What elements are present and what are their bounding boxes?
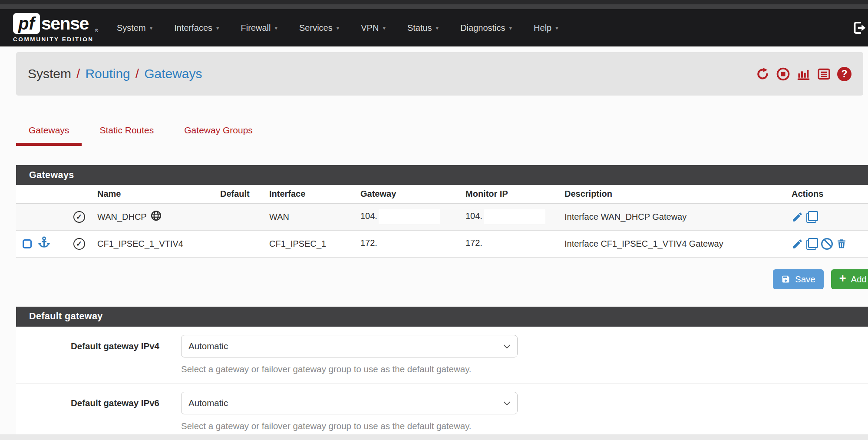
edit-icon[interactable] — [792, 238, 803, 250]
th-interface: Interface — [257, 185, 346, 203]
table-row-cf1-ipsec: ✓ CF1_IPSEC_1_VTIV4 CF1_IPSEC_1 172. 172… — [16, 230, 868, 257]
row-checkbox[interactable] — [23, 239, 32, 248]
registered-mark: ® — [95, 28, 98, 33]
ipv4-label: Default gateway IPv4 — [16, 335, 181, 374]
ipv4-gateway-select[interactable]: Automatic — [181, 335, 518, 357]
default-gateway-ipv6-row: Default gateway IPv6 Automatic Select a … — [16, 384, 868, 440]
interface-cell: WAN — [257, 203, 346, 230]
copy-icon[interactable] — [806, 238, 818, 250]
caret-down-icon: ▾ — [150, 25, 153, 31]
anchor-icon — [37, 236, 51, 251]
ipv6-label: Default gateway IPv6 — [16, 392, 181, 431]
breadcrumb-section: System — [28, 66, 71, 81]
breadcrumb-link-gateways[interactable]: Gateways — [144, 66, 202, 81]
gateways-panel-title: Gateways — [16, 165, 868, 185]
chart-bar-icon[interactable] — [796, 67, 811, 81]
table-row-wan-dhcp: ✓ WAN_DHCP WAN 104. 1 — [16, 203, 868, 230]
ban-icon[interactable] — [821, 238, 833, 250]
th-name: Name — [92, 185, 220, 203]
nav-item-services[interactable]: Services▾ — [288, 9, 350, 46]
tab-static-routes[interactable]: Static Routes — [87, 125, 166, 146]
caret-down-icon: ▾ — [216, 25, 219, 31]
pfsense-logo[interactable]: pf sense ® COMMUNITY EDITION — [13, 13, 95, 43]
caret-down-icon: ▾ — [509, 25, 512, 31]
ipv4-help-text: Select a gateway or failover gateway gro… — [181, 364, 518, 374]
th-description: Description — [559, 185, 772, 203]
window-top-strip — [0, 0, 868, 4]
logo-pf-box: pf — [13, 13, 40, 34]
page-bottom-strip — [0, 434, 868, 440]
gateway-ip: 104. — [360, 211, 377, 221]
th-gateway: Gateway — [346, 185, 450, 203]
caret-down-icon: ▾ — [274, 25, 277, 31]
monitor-ip: 104. — [465, 211, 482, 221]
copy-icon[interactable] — [806, 211, 818, 223]
caret-down-icon: ▾ — [337, 25, 340, 31]
default-flag — [220, 203, 257, 230]
description-cell: Interface CF1_IPSEC_1_VTIV4 Gateway — [559, 230, 772, 257]
caret-down-icon: ▾ — [436, 25, 439, 31]
default-gateway-panel: Default gateway Default gateway IPv4 Aut… — [16, 307, 868, 440]
default-gateway-panel-title: Default gateway — [16, 307, 868, 327]
help-icon[interactable]: ? — [837, 67, 851, 81]
caret-down-icon: ▾ — [555, 25, 558, 31]
status-online-icon: ✓ — [73, 211, 85, 223]
refresh-icon[interactable] — [756, 67, 770, 81]
save-button[interactable]: Save — [773, 269, 824, 289]
caret-down-icon: ▾ — [383, 25, 386, 31]
globe-icon — [150, 210, 162, 224]
th-default: Default — [220, 185, 257, 203]
window-sub-strip — [0, 4, 868, 9]
add-gateway-button[interactable]: + Add — [831, 269, 868, 289]
nav-item-status[interactable]: Status▾ — [396, 9, 449, 46]
default-flag — [220, 230, 257, 257]
breadcrumb-separator: / — [135, 66, 139, 81]
nav-item-firewall[interactable]: Firewall▾ — [230, 9, 288, 46]
th-actions: Actions — [772, 185, 868, 203]
gateway-name: CF1_IPSEC_1_VTIV4 — [97, 239, 183, 249]
edit-icon[interactable] — [792, 211, 803, 223]
breadcrumb-separator: / — [76, 66, 80, 81]
status-online-icon: ✓ — [73, 238, 85, 250]
main-menu: System▾ Interfaces▾ Firewall▾ Services▾ … — [106, 9, 569, 46]
default-gateway-ipv4-row: Default gateway IPv4 Automatic Select a … — [16, 327, 868, 384]
gateway-name: WAN_DHCP — [97, 212, 147, 222]
log-list-icon[interactable] — [817, 67, 831, 81]
redaction-box — [484, 209, 545, 224]
monitor-ip: 172. — [465, 238, 482, 248]
th-bulk — [16, 185, 66, 203]
gateways-panel: Gateways Name Default Interface Gateway … — [16, 165, 868, 289]
breadcrumb-link-routing[interactable]: Routing — [85, 66, 130, 81]
description-cell: Interface WAN_DHCP Gateway — [559, 203, 772, 230]
nav-item-diagnostics[interactable]: Diagnostics▾ — [449, 9, 523, 46]
gateway-ip: 172. — [360, 238, 377, 248]
ipv6-gateway-select[interactable]: Automatic — [181, 392, 518, 414]
logo-sense: sense — [41, 15, 89, 33]
nav-item-vpn[interactable]: VPN▾ — [350, 9, 396, 46]
ipv6-help-text: Select a gateway or failover gateway gro… — [181, 421, 518, 431]
top-navbar: pf sense ® COMMUNITY EDITION System▾ Int… — [0, 9, 868, 46]
breadcrumb: System/Routing/Gateways — [16, 52, 863, 96]
redaction-box — [484, 236, 545, 251]
th-monitor-ip: Monitor IP — [450, 185, 559, 203]
nav-item-help[interactable]: Help▾ — [523, 9, 569, 46]
stop-icon[interactable] — [776, 67, 790, 81]
table-header-row: Name Default Interface Gateway Monitor I… — [16, 185, 868, 203]
nav-item-system[interactable]: System▾ — [106, 9, 163, 46]
gateways-table: Name Default Interface Gateway Monitor I… — [16, 185, 868, 258]
interface-cell: CF1_IPSEC_1 — [257, 230, 346, 257]
plus-icon: + — [839, 273, 846, 285]
floppy-icon — [781, 275, 790, 284]
logo-subtitle: COMMUNITY EDITION — [13, 36, 95, 43]
tab-gateway-groups[interactable]: Gateway Groups — [172, 125, 265, 146]
trash-icon[interactable] — [836, 238, 847, 249]
tab-bar: Gateways Static Routes Gateway Groups — [16, 125, 868, 146]
redaction-box — [379, 236, 440, 251]
logout-icon[interactable] — [851, 20, 867, 36]
redaction-box — [379, 209, 440, 224]
nav-item-interfaces[interactable]: Interfaces▾ — [163, 9, 230, 46]
th-status — [66, 185, 92, 203]
tab-gateways[interactable]: Gateways — [16, 125, 82, 146]
